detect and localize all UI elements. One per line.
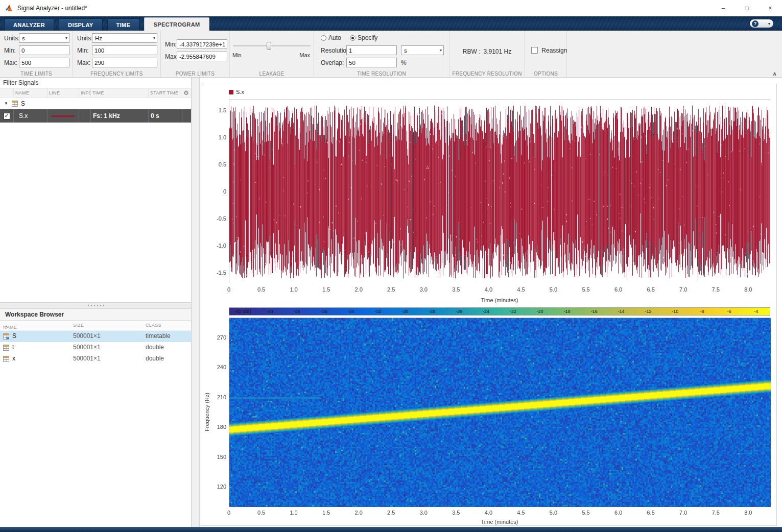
time-min-label: Min:: [4, 47, 16, 54]
wave-x-tick-label: 0: [227, 286, 230, 293]
spec-x-tick-label: 5.0: [550, 510, 557, 516]
workspace-column-class[interactable]: CLASS: [146, 323, 161, 328]
power-max-input[interactable]: [177, 52, 227, 61]
colorbar-tick-label: -24: [483, 309, 489, 314]
workspace-row-x[interactable]: x 500001×1 double: [0, 353, 191, 365]
workspace-column-size[interactable]: SIZE: [73, 323, 84, 328]
wave-x-tick-label: 2.5: [387, 286, 395, 293]
tab-time[interactable]: TIME: [107, 18, 140, 31]
maximize-button[interactable]: □: [735, 0, 759, 16]
section-frequency-resolution: RBW : 3.9101 Hz FREQUENCY RESOLUTION: [449, 31, 525, 78]
signal-sample-rate: Fs: 1 kHz: [90, 109, 148, 123]
signal-row[interactable]: ✓ S.x Fs: 1 kHz 0 s: [0, 109, 191, 123]
leakage-slider-handle[interactable]: [267, 42, 271, 50]
section-time-resolution: Auto Specify Resolution: s ▾ Overlap: % …: [314, 31, 449, 78]
workspace-variable-size: 500001×1: [73, 355, 101, 362]
window-controls: – □ ×: [712, 0, 782, 16]
vertical-splitter[interactable]: [192, 78, 200, 527]
help-button[interactable]: ? ▾: [749, 19, 774, 28]
wave-x-tick-label: 2.0: [355, 286, 363, 293]
column-header-time[interactable]: TIME: [90, 88, 148, 97]
signal-group-icon: [12, 101, 18, 107]
spectrogram-plot[interactable]: [229, 318, 770, 506]
overlap-label: Overlap:: [321, 59, 344, 66]
wave-x-tick-label: 3.5: [452, 286, 460, 293]
spec-y-tick-label: 270: [217, 334, 226, 341]
freq-units-label: Units:: [77, 35, 93, 42]
leakage-min-label: Min: [232, 52, 242, 58]
waveform-canvas[interactable]: [229, 100, 771, 284]
signal-checkbox[interactable]: ✓: [4, 113, 10, 119]
freq-min-label: Min:: [77, 47, 89, 54]
auto-radio-label[interactable]: Auto: [328, 34, 341, 41]
resolution-input[interactable]: [346, 45, 397, 55]
time-max-input[interactable]: [19, 58, 69, 67]
chevron-down-icon: ▾: [65, 36, 67, 40]
leakage-max-label: Max: [299, 52, 310, 58]
section-label-time-resolution: TIME RESOLUTION: [314, 71, 449, 77]
resolution-units-value: s: [404, 47, 407, 54]
spec-x-tick-label: 5.5: [582, 510, 589, 516]
overlap-input[interactable]: [346, 58, 397, 67]
time-min-input[interactable]: [19, 45, 69, 55]
freq-units-dropdown[interactable]: Hz ▾: [92, 33, 157, 43]
waveform-plot[interactable]: [229, 100, 770, 283]
column-header-name[interactable]: NAME: [13, 88, 47, 97]
colorbar-tick-label: -8: [700, 309, 704, 314]
workspace-row-S[interactable]: S 500001×1 timetable: [0, 331, 191, 342]
column-header-line[interactable]: LINE: [47, 88, 79, 97]
signal-analyzer-window: Signal Analyzer - untitled* – □ × ANALYZ…: [0, 0, 782, 532]
splitter-handle-icon: [87, 305, 104, 306]
time-units-value: s: [22, 35, 25, 41]
collapse-group-icon[interactable]: ▼: [4, 101, 8, 106]
time-units-dropdown[interactable]: s ▾: [19, 33, 69, 43]
section-frequency-limits: Units: Hz ▾ Min: Max: FREQUENCY LIMITS: [73, 31, 161, 78]
workspace-row-t[interactable]: t 500001×1 double: [0, 342, 191, 353]
column-header-start-time[interactable]: START TIME: [148, 88, 182, 97]
spec-x-tick-label: 7.0: [679, 510, 687, 516]
wave-x-tick-label: 5.5: [582, 286, 589, 293]
waveform-legend[interactable]: S.x: [229, 89, 244, 95]
chevron-down-icon: ▾: [440, 48, 442, 53]
rbw-value: 3.9101 Hz: [483, 48, 511, 55]
gear-icon[interactable]: ⚙: [183, 89, 189, 96]
specify-radio[interactable]: [350, 35, 356, 41]
spec-x-tick-label: 4.0: [485, 510, 492, 516]
workspace-browser-title: Workspace Browser: [0, 309, 191, 321]
tab-analyzer[interactable]: ANALYZER: [4, 18, 54, 31]
spec-x-tick-label: 2.0: [355, 510, 363, 516]
display-panel: S.x 1.51.00.50-0.5-1.0-1.5 00.51.01.52.0…: [200, 78, 782, 527]
resolution-units-dropdown[interactable]: s ▾: [401, 45, 444, 55]
freq-max-input[interactable]: [92, 58, 157, 67]
signal-group-row[interactable]: ▼ S: [0, 98, 191, 109]
leakage-slider[interactable]: [233, 42, 311, 50]
time-units-label: Units:: [4, 35, 20, 42]
specify-radio-label[interactable]: Specify: [358, 34, 377, 41]
close-button[interactable]: ×: [759, 0, 782, 16]
wave-x-tick-label: 5.0: [550, 286, 557, 293]
colorbar-tick-label: -34: [348, 309, 354, 314]
tab-spectrogram[interactable]: SPECTROGRAM: [144, 17, 209, 31]
workspace-variable-class: timetable: [146, 332, 171, 340]
auto-radio[interactable]: [321, 35, 326, 41]
collapse-ribbon-icon[interactable]: ∧: [772, 70, 777, 77]
section-label-leakage: LEAKAGE: [230, 71, 314, 77]
minimize-button[interactable]: –: [712, 0, 735, 16]
wave-x-tick-label: 8.0: [744, 286, 752, 293]
colorbar-tick-label: -14: [618, 309, 625, 314]
filter-signals-input[interactable]: [2, 78, 130, 87]
horizontal-splitter[interactable]: [0, 302, 191, 309]
check-icon: ✓: [5, 112, 9, 119]
reassign-checkbox[interactable]: [531, 47, 538, 54]
power-min-input[interactable]: [177, 39, 227, 49]
workspace-variable-name: t: [12, 344, 14, 351]
workspace-variable-class: double: [146, 344, 164, 351]
colorbar-tick-label: -20: [537, 309, 543, 314]
tab-display[interactable]: DISPLAY: [59, 18, 102, 31]
chevron-down-icon: ▾: [153, 36, 155, 40]
spectrogram-canvas[interactable]: [229, 318, 771, 507]
column-header-info[interactable]: INFO: [79, 88, 90, 97]
leakage-slider-track: [233, 45, 311, 47]
freq-min-input[interactable]: [92, 45, 157, 55]
reassign-label[interactable]: Reassign: [541, 47, 567, 54]
